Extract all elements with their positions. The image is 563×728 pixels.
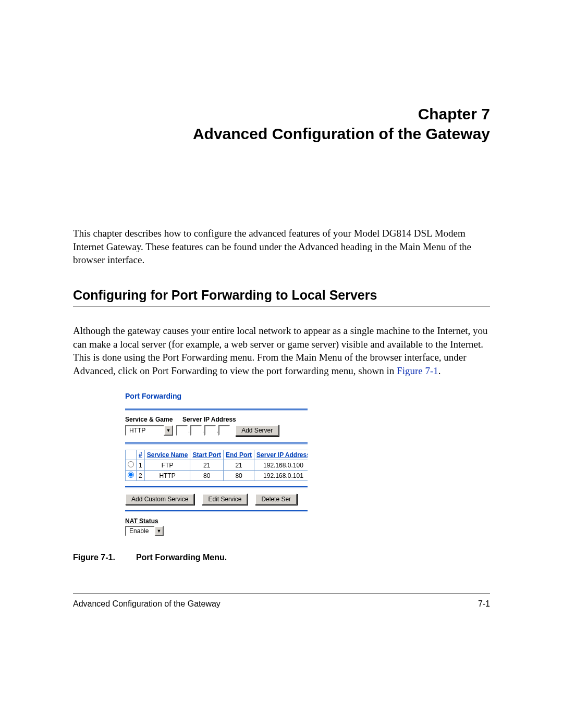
ip-octet-3[interactable]	[204, 425, 216, 436]
table-row: 2 HTTP 80 80 192.168.0.101	[126, 471, 308, 481]
footer-page-number: 7-1	[478, 599, 490, 609]
cell-num: 2	[137, 471, 145, 481]
service-select-value: HTTP	[125, 425, 164, 436]
port-forwarding-table: # Service Name Start Port End Port Serve…	[125, 450, 308, 481]
cell-start-port: 21	[190, 460, 224, 471]
section-heading-port-forwarding: Configuring for Port Forwarding to Local…	[73, 288, 490, 306]
chapter-number: Chapter 7	[73, 104, 490, 124]
section-body: Although the gateway causes your entire …	[73, 324, 490, 378]
panel-separator	[125, 409, 308, 411]
row-radio[interactable]	[128, 472, 134, 478]
cell-end-port: 21	[224, 460, 254, 471]
add-server-button[interactable]: Add Server	[235, 425, 279, 436]
cell-num: 1	[137, 460, 145, 471]
cell-server-ip: 192.168.0.100	[254, 460, 308, 471]
intro-paragraph: This chapter describes how to configure …	[73, 227, 490, 267]
edit-service-button[interactable]: Edit Service	[202, 493, 248, 505]
table-header-start-port: Start Port	[190, 450, 224, 460]
panel-separator	[125, 486, 308, 488]
ip-octet-1[interactable]	[176, 425, 188, 436]
figure-caption: Figure 7-1.Port Forwarding Menu.	[73, 553, 490, 562]
nat-status-label: NAT Status	[125, 517, 308, 525]
cell-end-port: 80	[224, 471, 254, 481]
cell-service-name: FTP	[144, 460, 190, 471]
footer-left: Advanced Configuration of the Gateway	[73, 599, 221, 609]
page-footer: Advanced Configuration of the Gateway 7-…	[73, 594, 490, 609]
figure-port-forwarding: Port Forwarding Service & Game Server IP…	[125, 392, 308, 536]
panel-title: Port Forwarding	[125, 392, 308, 400]
table-header-end-port: End Port	[224, 450, 254, 460]
section-body-post: .	[438, 365, 441, 376]
chevron-down-icon[interactable]: ▼	[164, 425, 173, 436]
panel-separator	[125, 442, 308, 445]
service-select[interactable]: HTTP ▼	[125, 425, 173, 436]
table-header-num: #	[137, 450, 145, 460]
label-service-and-game: Service & Game	[125, 416, 182, 423]
figure-caption-label: Figure 7-1.	[73, 553, 115, 562]
cell-service-name: HTTP	[144, 471, 190, 481]
table-header-service-name: Service Name	[144, 450, 190, 460]
table-row: 1 FTP 21 21 192.168.0.100	[126, 460, 308, 471]
label-server-ip-address: Server IP Address	[182, 416, 240, 423]
ip-octet-2[interactable]	[190, 425, 202, 436]
row-radio[interactable]	[128, 461, 134, 467]
figure-caption-text: Port Forwarding Menu.	[136, 553, 227, 562]
table-header-server-ip: Server IP Address	[254, 450, 308, 460]
cell-start-port: 80	[190, 471, 224, 481]
nat-status-value: Enable	[125, 526, 154, 536]
chapter-title: Advanced Configuration of the Gateway	[73, 124, 490, 144]
panel-separator	[125, 510, 308, 512]
chapter-heading: Chapter 7 Advanced Configuration of the …	[73, 104, 490, 143]
chevron-down-icon[interactable]: ▼	[154, 526, 164, 536]
cell-server-ip: 192.168.0.101	[254, 471, 308, 481]
ip-octet-4[interactable]	[218, 425, 230, 436]
nat-status-select[interactable]: Enable ▼	[125, 526, 164, 536]
delete-service-button[interactable]: Delete Ser	[255, 493, 297, 505]
figure-xref[interactable]: Figure 7-1	[397, 365, 438, 376]
table-header-select	[126, 450, 137, 460]
add-custom-service-button[interactable]: Add Custom Service	[125, 493, 194, 505]
